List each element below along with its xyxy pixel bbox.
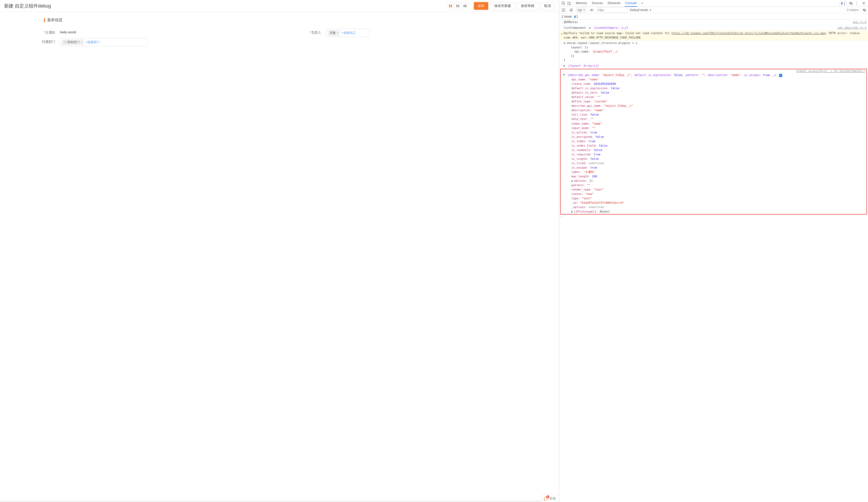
save-and-new-button[interactable]: 保存并新建 — [490, 2, 515, 10]
devtools-toolbar: Memory Sources Elements Console » ▮ 1 ⋮ … — [559, 0, 868, 7]
object-property: input_mode: "" — [561, 126, 866, 130]
chat-bubble-icon: 8 — [543, 496, 548, 501]
layout-three-col-button[interactable] — [454, 2, 462, 10]
object-property: help_text: "" — [561, 117, 866, 121]
add-department-link[interactable]: +选择部门 — [84, 40, 101, 45]
console-body[interactable]: app.js:4 插件Rules sdk.18bcc7eb.js:1 listC… — [559, 20, 868, 502]
department-chip: 研发部门 × — [62, 40, 83, 45]
object-property: is_index: true — [561, 139, 866, 143]
value-main-attr: hello world — [60, 29, 148, 34]
kebab-menu-icon[interactable]: ⋮ — [854, 1, 860, 6]
source-link[interactable]: app.js:4 — [853, 20, 866, 24]
cancel-button[interactable]: 取消 — [540, 2, 555, 10]
console-warning-row: ▲ DevTools failed to load source map: Co… — [559, 31, 868, 41]
object-property: _options: undefined — [561, 205, 866, 209]
section-basic-title: 基本信息 — [0, 18, 559, 22]
label-main-attr: *主属性 — [0, 29, 60, 35]
label-owner: *负责人 — [279, 29, 326, 35]
console-settings-gear-icon[interactable] — [862, 8, 866, 12]
context-selector[interactable]: top▼ — [576, 8, 587, 12]
object-property: pattern: "" — [561, 183, 866, 187]
object-prototype[interactable]: ▶[[Prototype]]: Object — [561, 209, 866, 214]
department-input[interactable]: 研发部门 × +选择部门 — [60, 38, 148, 46]
qixin-bar[interactable]: 8 企信 — [541, 495, 559, 502]
inspect-element-icon[interactable] — [561, 1, 566, 6]
collapse-arrow-icon[interactable]: ▼ — [563, 73, 566, 77]
owner-chip-remove[interactable]: × — [337, 31, 338, 34]
save-draft-button[interactable]: 保存草稿 — [517, 2, 538, 10]
console-input-row: › a.Value.layout.layout_structure.plugin… — [559, 41, 868, 63]
issues-pill[interactable]: ▮ 1 — [839, 1, 847, 6]
form-area: 基本信息 *主属性 hello world 归属部门 研发部门 × — [0, 12, 559, 502]
info-icon[interactable]: i — [779, 74, 782, 77]
log-levels-select[interactable]: Default levels▼ — [630, 8, 652, 12]
tab-more[interactable]: » — [641, 0, 644, 7]
object-property: default_is_expression: false — [561, 86, 866, 91]
svg-rect-1 — [451, 5, 452, 7]
sourcemap-url-link[interactable]: https://a9.fspage.com/FSR/frontend/html/… — [672, 32, 826, 35]
row-department: 归属部门 研发部门 × +选择部门 — [0, 37, 279, 48]
settings-gear-icon[interactable] — [849, 1, 853, 6]
source-link[interactable]: sdk.18bcc7eb.js:1 — [837, 26, 866, 30]
layout-four-col-button[interactable] — [462, 2, 469, 10]
clear-console-icon[interactable] — [568, 7, 574, 13]
issue-icon: ▮ — [574, 15, 576, 18]
console-filter-input[interactable] — [597, 8, 628, 12]
app-panel: 新建 自定义组件debug 保存 保存并新建 保存草稿 取消 基本信息 *主属性… — [0, 0, 559, 502]
console-prompt[interactable]: › — [559, 215, 868, 219]
department-chip-label: 研发部门 — [67, 40, 80, 44]
org-icon — [64, 41, 66, 43]
layout-two-col-button[interactable] — [447, 2, 454, 10]
object-property: type: "text" — [561, 196, 866, 201]
layout-view-toggles — [447, 2, 469, 10]
svg-rect-6 — [464, 5, 465, 7]
console-log-row: app.js:4 插件Rules — [559, 20, 868, 25]
save-button[interactable]: 保存 — [474, 2, 488, 10]
svg-line-14 — [570, 9, 572, 11]
source-link[interactable]: 679437_plugin7XyzT__c V2-1631507184339:1 — [796, 70, 865, 73]
issues-bar[interactable]: 1 Issue: ▮ 1 — [559, 13, 868, 20]
svg-rect-5 — [464, 5, 464, 7]
expand-arrow-icon[interactable]: ▶ — [564, 64, 566, 68]
svg-rect-8 — [466, 5, 466, 7]
add-employee-link[interactable]: +选择员工 — [341, 30, 357, 36]
expand-arrow-icon[interactable]: ▶ — [571, 209, 574, 214]
tab-sources[interactable]: Sources — [591, 0, 603, 7]
tab-memory[interactable]: Memory — [575, 0, 588, 7]
devtools-tabs: Memory Sources Elements Console » — [575, 0, 644, 7]
expand-arrow-icon[interactable]: ▶ — [589, 26, 592, 30]
owner-chip-label: 吴敬 — [330, 31, 336, 35]
hidden-count: 5 hidden — [847, 8, 859, 12]
object-property: label: "主属性" — [561, 170, 866, 174]
object-property: is_readonly: false — [561, 148, 866, 152]
object-property: define_type: "system" — [561, 99, 866, 104]
object-property: api_name: "name" — [561, 77, 866, 82]
highlighted-object-box: 679437_plugin7XyzT__c V2-1631507184339:1… — [560, 69, 867, 215]
tab-elements[interactable]: Elements — [607, 0, 621, 7]
object-property: is_index_field: false — [561, 143, 866, 148]
expand-arrow-icon[interactable]: ▶ — [571, 178, 574, 183]
object-summary[interactable]: ▼ {describe_api_name: "object_Vl8xp__c",… — [561, 73, 866, 77]
owner-input[interactable]: 吴敬 × +选择员工 — [326, 29, 370, 37]
svg-point-15 — [591, 10, 592, 11]
live-expression-icon[interactable] — [589, 7, 595, 13]
device-toggle-icon[interactable] — [566, 1, 572, 6]
row-owner: *负责人 吴敬 × +选择员工 — [279, 27, 559, 39]
department-chip-remove[interactable]: × — [81, 41, 82, 44]
devtools-panel: Memory Sources Elements Console » ▮ 1 ⋮ … — [559, 0, 868, 502]
tab-console[interactable]: Console — [625, 0, 637, 7]
svg-rect-3 — [457, 5, 458, 7]
qixin-label: 企信 — [549, 496, 556, 501]
object-property: status: "new" — [561, 192, 866, 196]
console-log-row: sdk.18bcc7eb.js:1 listComponent ▶ {scene… — [559, 25, 868, 31]
close-devtools-icon[interactable]: ✕ — [861, 1, 866, 6]
play-icon[interactable] — [561, 7, 566, 13]
page-title: 新建 自定义组件debug — [4, 3, 51, 9]
app-header: 新建 自定义组件debug 保存 保存并新建 保存草稿 取消 — [0, 0, 559, 12]
object-property: full_line: false — [561, 112, 866, 117]
object-property: is_required: true — [561, 152, 866, 157]
object-property: is_single: false — [561, 157, 866, 161]
owner-chip: 吴敬 × — [328, 30, 340, 36]
object-property: default_to_zero: false — [561, 91, 866, 95]
object-property: default_value: "" — [561, 95, 866, 99]
